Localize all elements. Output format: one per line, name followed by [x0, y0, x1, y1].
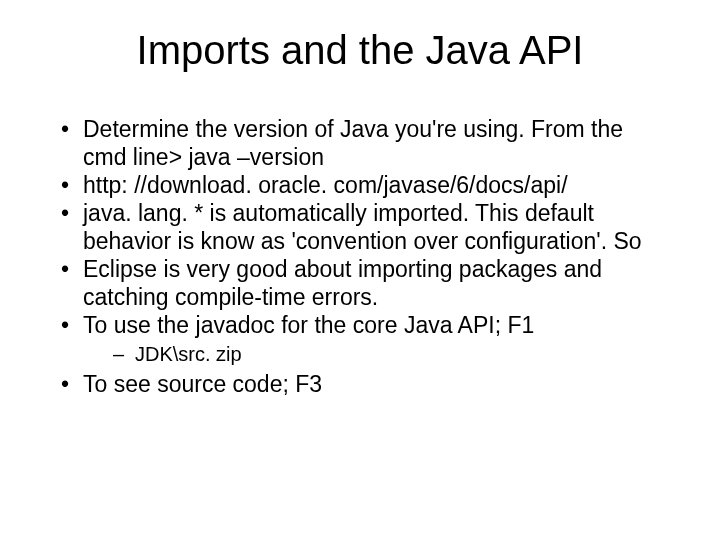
list-item: Eclipse is very good about importing pac…: [55, 255, 665, 311]
list-item: To see source code; F3: [55, 370, 665, 398]
bullet-list: Determine the version of Java you're usi…: [55, 115, 665, 398]
slide-title: Imports and the Java API: [55, 28, 665, 73]
list-item: Determine the version of Java you're usi…: [55, 115, 665, 171]
list-item: java. lang. * is automatically imported.…: [55, 199, 665, 255]
list-item: To use the javadoc for the core Java API…: [55, 311, 665, 367]
list-item-text: To use the javadoc for the core Java API…: [83, 312, 534, 338]
sub-list-item: JDK\src. zip: [113, 342, 665, 367]
list-item: http: //download. oracle. com/javase/6/d…: [55, 171, 665, 199]
sub-bullet-list: JDK\src. zip: [83, 342, 665, 367]
